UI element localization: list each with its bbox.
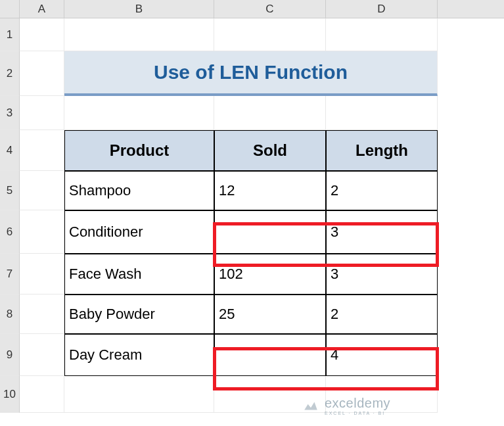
cell-A3[interactable] <box>20 96 64 130</box>
cell-D9[interactable]: 4 <box>326 334 438 376</box>
cell-B7[interactable]: Face Wash <box>64 254 214 295</box>
sheet-area: Use of LEN Function Product Sold Length … <box>20 18 504 426</box>
watermark: exceldemy EXCEL · DATA · BI <box>302 396 390 415</box>
cell-A7[interactable] <box>20 254 64 295</box>
cell-B1[interactable] <box>64 18 214 51</box>
select-all-corner[interactable] <box>0 0 20 18</box>
column-headers: A B C D <box>0 0 504 18</box>
cell-D8[interactable]: 2 <box>326 295 438 334</box>
row-headers: 1 2 3 4 5 6 7 8 9 10 <box>0 18 20 413</box>
cell-A10[interactable] <box>20 376 64 413</box>
cell-C7[interactable]: 102 <box>214 254 326 295</box>
cell-B9[interactable]: Day Cream <box>64 334 214 376</box>
cell-C1[interactable] <box>214 18 326 51</box>
cell-D6[interactable]: 3 <box>326 210 438 254</box>
row-header-4[interactable]: 4 <box>0 130 20 171</box>
cell-C8[interactable]: 25 <box>214 295 326 334</box>
cell-A1[interactable] <box>20 18 64 51</box>
cell-D7[interactable]: 3 <box>326 254 438 295</box>
col-header-D[interactable]: D <box>326 0 438 18</box>
cell-B5[interactable]: Shampoo <box>64 171 214 210</box>
cell-C5[interactable]: 12 <box>214 171 326 210</box>
cell-B6[interactable]: Conditioner <box>64 210 214 254</box>
cell-A5[interactable] <box>20 171 64 210</box>
cell-A6[interactable] <box>20 210 64 254</box>
row-header-7[interactable]: 7 <box>0 254 20 295</box>
row-header-9[interactable]: 9 <box>0 334 20 376</box>
row-header-8[interactable]: 8 <box>0 295 20 334</box>
cell-A9[interactable] <box>20 334 64 376</box>
watermark-tag: EXCEL · DATA · BI <box>325 411 390 415</box>
cell-D5[interactable]: 2 <box>326 171 438 210</box>
exceldemy-logo-icon <box>302 397 319 414</box>
cell-A4[interactable] <box>20 130 64 171</box>
cell-D1[interactable] <box>326 18 438 51</box>
cell-B3[interactable] <box>64 96 214 130</box>
col-header-C[interactable]: C <box>214 0 326 18</box>
cell-C9[interactable] <box>214 334 326 376</box>
title-cell[interactable]: Use of LEN Function <box>64 51 438 96</box>
cell-A2[interactable] <box>20 51 64 96</box>
cell-A8[interactable] <box>20 295 64 334</box>
cell-B10[interactable] <box>64 376 214 413</box>
row-header-2[interactable]: 2 <box>0 51 20 96</box>
header-sold[interactable]: Sold <box>214 130 326 171</box>
cell-B8[interactable]: Baby Powder <box>64 295 214 334</box>
cell-C3[interactable] <box>214 96 326 130</box>
cell-C6[interactable] <box>214 210 326 254</box>
col-header-B[interactable]: B <box>64 0 214 18</box>
spreadsheet-grid: A B C D 1 2 3 4 5 6 7 8 9 10 Use of LEN … <box>0 0 504 426</box>
cell-D3[interactable] <box>326 96 438 130</box>
row-header-6[interactable]: 6 <box>0 210 20 254</box>
row-header-1[interactable]: 1 <box>0 18 20 51</box>
row-header-10[interactable]: 10 <box>0 376 20 413</box>
header-product[interactable]: Product <box>64 130 214 171</box>
watermark-name: exceldemy <box>325 396 390 411</box>
header-length[interactable]: Length <box>326 130 438 171</box>
row-header-3[interactable]: 3 <box>0 96 20 130</box>
col-header-A[interactable]: A <box>20 0 64 18</box>
row-header-5[interactable]: 5 <box>0 171 20 210</box>
